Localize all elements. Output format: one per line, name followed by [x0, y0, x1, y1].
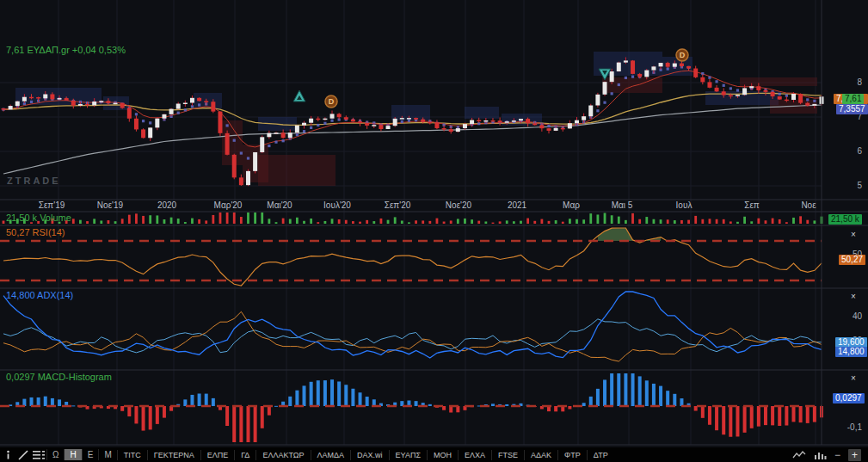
watchlist-tab-ΕΥΑΠΣ[interactable]: ΕΥΑΠΣ: [389, 450, 427, 460]
indicator-list-icon[interactable]: [31, 448, 46, 461]
rsi-panel-header: 50,27 RSI(14): [6, 227, 65, 237]
toolbar-right-icons: − +: [792, 449, 868, 461]
watchlist-tab-ΦΤΡ[interactable]: ΦΤΡ: [557, 450, 587, 460]
watchlist-tab-ΕΛΧΑ[interactable]: ΕΛΧΑ: [458, 450, 491, 460]
timeframe-group: ΩΗΕΜ: [46, 449, 117, 460]
date-axis-label: Σεπ'19: [39, 200, 65, 210]
adx-close-button[interactable]: ×: [851, 293, 856, 301]
watchlist-tabs: ΤΙΤCΓΕΚΤΕΡΝΑΕΛΠΕΓΔΕΛΛΑΚΤΩΡΛΑΜΔΑDAX.wiΕΥΑ…: [117, 450, 614, 460]
symbol-header: 7,61 ΕΥΔΑΠ.gr +0,04 0,53%: [6, 45, 126, 55]
watchlist-tab-ΛΑΜΔΑ[interactable]: ΛΑΜΔΑ: [311, 450, 351, 460]
date-axis-label: Νοε'19: [97, 200, 123, 210]
date-axis-label: Μαρ'20: [214, 200, 243, 210]
watchlist-tab-ΤΙΤC[interactable]: ΤΙΤC: [117, 450, 147, 460]
zoom-out-button[interactable]: −: [834, 449, 840, 461]
date-axis-label: Σεπ'20: [385, 200, 411, 210]
rsi-panel-canvas[interactable]: [0, 226, 822, 287]
watchlist-tab-FTSE[interactable]: FTSE: [491, 450, 524, 460]
volume-badge: 21,50 k: [828, 214, 862, 225]
watchlist-tab-ΓΕΚΤΕΡΝΑ[interactable]: ΓΕΚΤΕΡΝΑ: [147, 450, 200, 460]
last-price-badge: 7,61: [842, 94, 864, 104]
bottom-toolbar: ΩΗΕΜ ΤΙΤCΓΕΚΤΕΡΝΑΕΛΠΕΓΔΕΛΛΑΚΤΩΡΛΑΜΔΑDAX.…: [0, 447, 868, 462]
pencil-icon[interactable]: [15, 448, 31, 461]
main-chart-canvas[interactable]: [0, 0, 822, 200]
watchlist-tab-DAX.wi[interactable]: DAX.wi: [350, 450, 389, 460]
watchlist-tab-ΜΟΗ[interactable]: ΜΟΗ: [427, 450, 458, 460]
zoom-in-button[interactable]: +: [848, 449, 861, 461]
volume-panel-header: 21,50 k Volume: [6, 213, 71, 223]
date-axis-label: Μαι'20: [267, 200, 292, 210]
date-axis-label: 2021: [508, 200, 526, 210]
date-axis-label: Ιουλ: [676, 200, 693, 210]
timeframe-button-Μ[interactable]: Μ: [98, 449, 116, 460]
price-axis-label: 8: [836, 77, 862, 87]
date-axis-label: 2020: [157, 200, 176, 210]
adx-badge: 14,800: [835, 347, 867, 357]
info-icon[interactable]: [0, 448, 15, 461]
watchlist-tab-ΔΤΡ[interactable]: ΔΤΡ: [587, 450, 614, 460]
watchlist-tab-ΑΔΑΚ[interactable]: ΑΔΑΚ: [524, 450, 557, 460]
chart-graphics: DD: [0, 0, 868, 462]
line-chart-icon[interactable]: [792, 450, 806, 460]
macd-badge: 0,0297: [833, 393, 865, 403]
rsi-badge: 50,27: [839, 255, 865, 265]
timeframe-button-Η[interactable]: Η: [64, 449, 81, 460]
adx-panel-canvas[interactable]: [0, 289, 822, 369]
adx-panel-header: 14,800 ADX(14): [6, 290, 73, 300]
price-axis-label: 5: [836, 181, 862, 190]
watchlist-tab-ΕΛΠΕ[interactable]: ΕΛΠΕ: [200, 450, 235, 460]
macd-close-button[interactable]: ×: [851, 374, 856, 383]
bar-chart-icon[interactable]: [814, 450, 827, 460]
band-price-badge: 7,3557: [836, 104, 868, 114]
date-axis-label: Μαι 5: [612, 200, 633, 210]
date-axis-label: Νοε'20: [446, 200, 471, 210]
macd-panel-header: 0,0297 MACD-Histogram: [6, 372, 112, 382]
trading-app-window: DD 7,61 ΕΥΔΑΠ.gr +0,04 0,53% ZTRADE 21,5…: [0, 0, 868, 462]
macd-panel-canvas[interactable]: [0, 371, 822, 444]
adx-40-tick: 40: [836, 311, 862, 321]
macd-neg-tick: -0,1: [836, 422, 862, 432]
ztrade-watermark: ZTRADE: [7, 176, 61, 186]
watchlist-tab-ΓΔ[interactable]: ΓΔ: [234, 450, 255, 460]
date-axis-label: Νοε: [801, 200, 816, 210]
watchlist-tab-ΕΛΛΑΚΤΩΡ[interactable]: ΕΛΛΑΚΤΩΡ: [255, 450, 310, 460]
timeframe-button-Ω[interactable]: Ω: [46, 449, 64, 460]
volume-panel-canvas[interactable]: [0, 213, 822, 225]
date-axis-label: Ιουλ'20: [323, 200, 351, 210]
price-axis-label: 6: [836, 146, 862, 156]
date-axis-label: Μαρ: [563, 200, 580, 210]
rsi-close-button[interactable]: ×: [851, 231, 856, 239]
timeframe-button-Ε[interactable]: Ε: [82, 449, 99, 460]
date-axis-label: Σεπ: [744, 200, 760, 210]
